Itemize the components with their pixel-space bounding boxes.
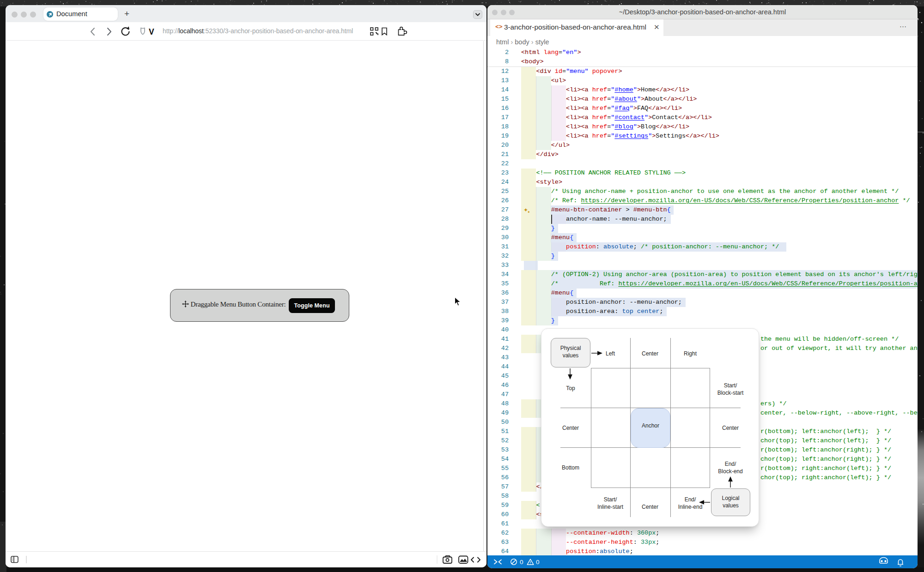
svg-text:V: V [149, 27, 154, 36]
svg-text:0: 0 [536, 559, 540, 566]
svg-text:0: 0 [520, 559, 523, 566]
